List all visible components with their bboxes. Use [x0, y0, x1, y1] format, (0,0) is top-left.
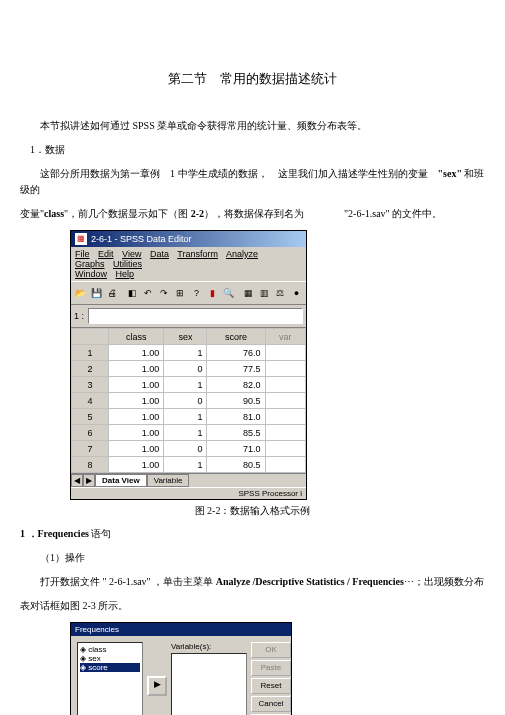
dialog-title: Frequencies	[75, 625, 119, 634]
col-header-empty[interactable]: var	[265, 329, 305, 345]
table-row: 31.00182.0	[72, 377, 306, 393]
col-header[interactable]: sex	[164, 329, 207, 345]
undo-icon[interactable]: ↶	[141, 284, 156, 302]
list-item-selected[interactable]: ◈ score	[80, 663, 140, 672]
col-header[interactable]: class	[109, 329, 164, 345]
table-row: 71.00071.0	[72, 441, 306, 457]
paragraph: 本节拟讲述如何通过 SPSS 菜单或命令获得常用的统计量、频数分布表等。	[20, 118, 485, 134]
tab-data-view[interactable]: Data View	[95, 474, 147, 487]
tab-variable-view[interactable]: Variable	[147, 474, 190, 487]
menu-utilities[interactable]: Utilities	[113, 259, 142, 269]
figure-caption: 图 2-2：数据输入格式示例	[20, 504, 485, 518]
chart-icon[interactable]: ▮	[205, 284, 220, 302]
toolbar: 📂 💾 🖨 ◧ ↶ ↷ ⊞ ? ▮ 🔍 ▦ ▥ ⚖ ●	[71, 281, 306, 305]
paragraph: 这部分所用数据为第一章例 1 中学生成绩的数据， 这里我们加入描述学生性别的变量…	[20, 166, 485, 198]
weight-icon[interactable]: ⚖	[273, 284, 288, 302]
corner-cell	[72, 329, 109, 345]
dialog-titlebar: Frequencies	[71, 623, 291, 636]
find-icon[interactable]: 🔍	[221, 284, 236, 302]
insert-icon[interactable]: ▦	[241, 284, 256, 302]
data-grid[interactable]: class sex score var 11.00176.0 21.00077.…	[71, 327, 306, 473]
dialog-recall-icon[interactable]: ◧	[125, 284, 140, 302]
app-icon: ▦	[75, 233, 87, 245]
heading: 1 ．Frequencies 语句	[20, 526, 485, 542]
menu-graphs[interactable]: Graphs	[75, 259, 105, 269]
menu-view[interactable]: View	[122, 249, 141, 259]
goto-icon[interactable]: ⊞	[173, 284, 188, 302]
table-row: 11.00176.0	[72, 345, 306, 361]
frequencies-dialog: Frequencies ◈ class ◈ sex ◈ score ▶ Vari…	[70, 622, 292, 715]
target-label: Variable(s):	[171, 642, 247, 651]
window-title: 2-6-1 - SPSS Data Editor	[91, 234, 192, 244]
paragraph: 打开数据文件 " 2-6-1.sav" ，单击主菜单 Analyze /Desc…	[20, 574, 485, 590]
split-icon[interactable]: ▥	[257, 284, 272, 302]
row-indicator: 1 :	[74, 311, 84, 321]
paste-button[interactable]: Paste	[251, 660, 291, 676]
cell-value-input[interactable]	[88, 308, 303, 324]
source-variable-list[interactable]: ◈ class ◈ sex ◈ score	[77, 642, 143, 715]
table-row: 51.00181.0	[72, 409, 306, 425]
paragraph: 变量"class"，前几个数据显示如下（图 2-2），将数据保存到名为 "2-6…	[20, 206, 485, 222]
menu-edit[interactable]: Edit	[98, 249, 114, 259]
menu-file[interactable]: File	[75, 249, 90, 259]
list-item[interactable]: ◈ class	[80, 645, 140, 654]
menu-analyze[interactable]: Analyze	[226, 249, 258, 259]
cancel-button[interactable]: Cancel	[251, 696, 291, 712]
col-header[interactable]: score	[207, 329, 265, 345]
scroll-left-icon[interactable]: ◀	[71, 474, 83, 487]
ok-button[interactable]: OK	[251, 642, 291, 658]
table-row: 41.00090.5	[72, 393, 306, 409]
reset-button[interactable]: Reset	[251, 678, 291, 694]
find-icon[interactable]: ?	[189, 284, 204, 302]
menu-window[interactable]: Window	[75, 269, 107, 279]
list-item[interactable]: ◈ sex	[80, 654, 140, 663]
table-row: 81.00180.5	[72, 457, 306, 473]
paragraph: 表对话框如图 2-3 所示。	[20, 598, 485, 614]
statusbar: SPSS Processor i	[71, 487, 306, 499]
select-icon[interactable]: ●	[289, 284, 304, 302]
menu-help[interactable]: Help	[116, 269, 135, 279]
open-icon[interactable]: 📂	[73, 284, 88, 302]
print-icon[interactable]: 🖨	[105, 284, 120, 302]
target-variable-list[interactable]	[171, 653, 247, 715]
save-icon[interactable]: 💾	[89, 284, 104, 302]
menubar: File Edit View Data Transform Analyze Gr…	[71, 247, 306, 281]
paragraph: （1）操作	[20, 550, 485, 566]
redo-icon[interactable]: ↷	[157, 284, 172, 302]
scroll-right-icon[interactable]: ▶	[83, 474, 95, 487]
spss-data-editor-window: ▦ 2-6-1 - SPSS Data Editor File Edit Vie…	[70, 230, 307, 500]
move-right-button[interactable]: ▶	[147, 676, 167, 696]
view-tabs: ◀ ▶ Data View Variable	[71, 473, 306, 487]
menu-data[interactable]: Data	[150, 249, 169, 259]
titlebar: ▦ 2-6-1 - SPSS Data Editor	[71, 231, 306, 247]
cell-editor: 1 :	[71, 305, 306, 327]
table-row: 21.00077.5	[72, 361, 306, 377]
menu-transform[interactable]: Transform	[177, 249, 218, 259]
section-title: 第二节 常用的数据描述统计	[20, 70, 485, 88]
paragraph: 1．数据	[20, 142, 485, 158]
table-row: 61.00185.5	[72, 425, 306, 441]
